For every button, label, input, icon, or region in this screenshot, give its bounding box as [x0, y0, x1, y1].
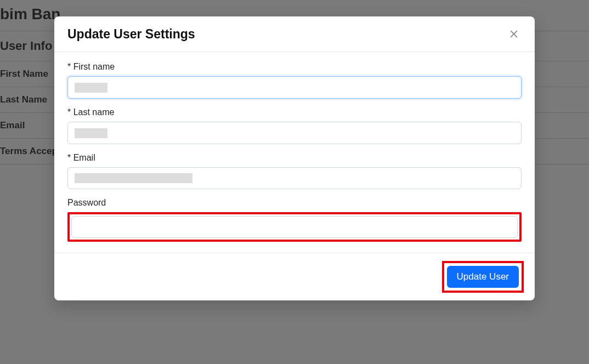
redacted-value [75, 83, 107, 93]
password-label: Password [67, 198, 522, 208]
close-button[interactable] [506, 26, 522, 42]
highlight-box-submit: Update User [442, 261, 524, 293]
password-input[interactable] [71, 216, 518, 238]
last-name-group: * Last name [67, 107, 522, 144]
update-user-modal: Update User Settings * First name * Last… [54, 16, 535, 300]
first-name-input[interactable] [67, 76, 522, 99]
email-label: * Email [67, 153, 522, 163]
password-group: Password [67, 198, 522, 242]
first-name-label: * First name [67, 62, 522, 72]
modal-body: * First name * Last name * Email Passwor… [54, 52, 535, 253]
email-group: * Email [67, 153, 522, 190]
last-name-label: * Last name [67, 107, 522, 117]
close-icon [508, 29, 519, 39]
last-name-input[interactable] [67, 122, 522, 144]
first-name-group: * First name [67, 62, 522, 99]
modal-title: Update User Settings [67, 27, 195, 42]
highlight-box-password [67, 212, 522, 242]
redacted-value [75, 173, 192, 183]
modal-footer: Update User [54, 253, 535, 300]
email-input[interactable] [67, 167, 522, 190]
modal-header: Update User Settings [54, 16, 535, 52]
redacted-value [75, 128, 107, 138]
update-user-button[interactable]: Update User [447, 266, 519, 288]
modal-overlay: Update User Settings * First name * Last… [0, 0, 589, 364]
